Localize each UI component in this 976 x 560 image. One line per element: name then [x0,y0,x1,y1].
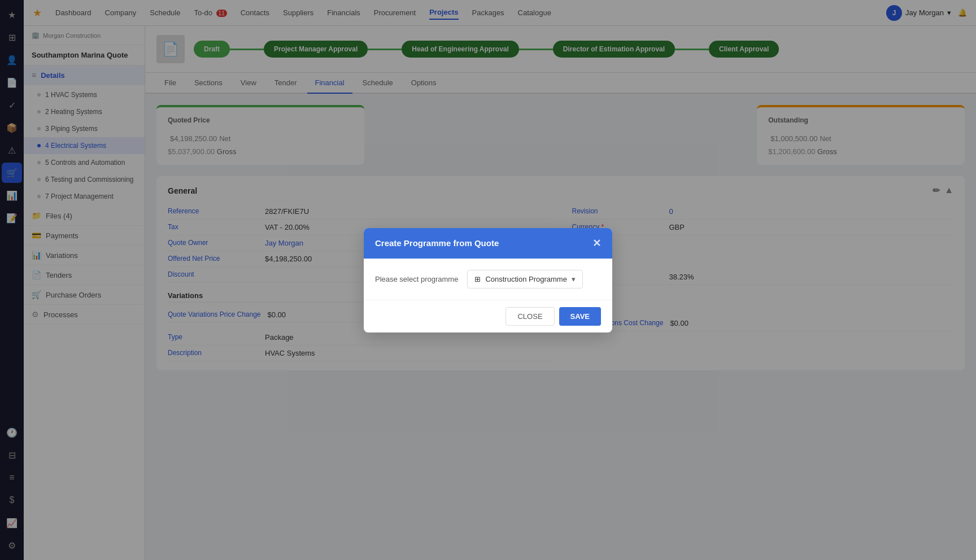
modal-overlay[interactable]: Create Programme from Quote ✕ Please sel… [0,0,976,560]
modal-body: Please select programme ⊞ Construction P… [364,259,612,300]
modal-row: Please select programme ⊞ Construction P… [375,270,601,288]
modal-select-label: Please select programme [375,275,458,283]
select-chevron-icon: ▾ [572,275,576,283]
modal-save-button[interactable]: SAVE [559,307,601,326]
programme-select[interactable]: ⊞ Construction Programme ▾ [467,270,583,288]
programme-grid-icon: ⊞ [474,275,481,283]
modal-title: Create Programme from Quote [375,238,499,248]
modal-close-button[interactable]: CLOSE [506,307,554,326]
modal-footer: CLOSE SAVE [364,300,612,333]
programme-select-value: Construction Programme [485,275,567,283]
modal-close-x-icon[interactable]: ✕ [592,237,601,250]
modal-header: Create Programme from Quote ✕ [364,228,612,259]
create-programme-modal: Create Programme from Quote ✕ Please sel… [364,228,612,333]
